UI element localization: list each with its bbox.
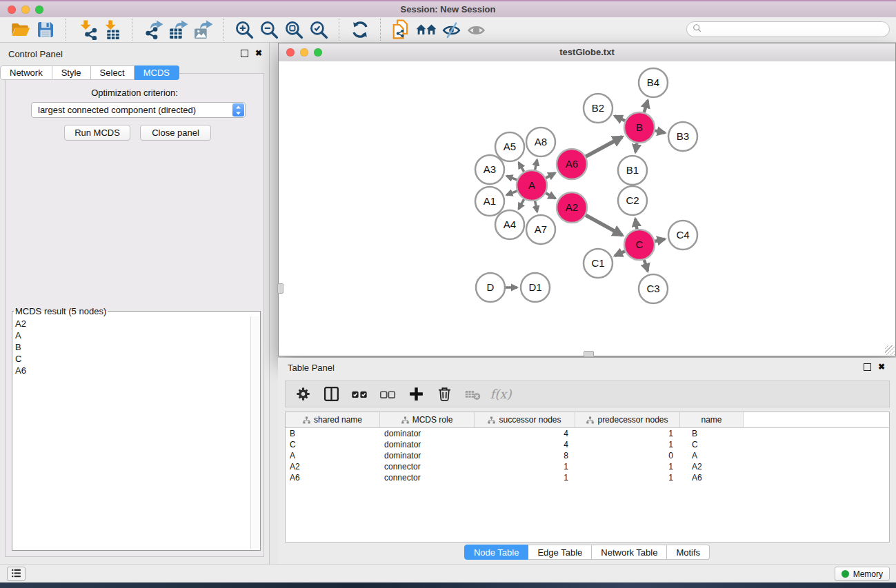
column-header-predecessor-nodes[interactable]: predecessor nodes [575, 412, 680, 427]
graph-node-A6[interactable]: A6 [557, 149, 587, 179]
graph-edge-C-C3[interactable] [644, 260, 648, 272]
graph-node-B2[interactable]: B2 [584, 94, 613, 123]
network-window-titlebar[interactable]: testGlobe.txt [279, 43, 895, 62]
graph-edge-A-A6[interactable] [546, 173, 555, 178]
graph-node-C3[interactable]: C3 [639, 274, 668, 303]
search-input[interactable] [706, 24, 889, 35]
export-image-icon[interactable] [190, 19, 215, 41]
delete-table-icon[interactable] [462, 384, 483, 405]
run-mcds-button[interactable]: Run MCDS [64, 125, 130, 141]
graph-node-A8[interactable]: A8 [526, 128, 555, 156]
graph-node-A2[interactable]: A2 [557, 192, 587, 223]
task-history-button[interactable] [7, 567, 26, 581]
hide-graphics-icon[interactable] [439, 19, 464, 41]
tab-node-table[interactable]: Node Table [464, 545, 529, 560]
criterion-select[interactable]: largest connected component (directed) [31, 102, 246, 118]
graph-node-A[interactable]: A [517, 170, 547, 201]
graph-node-C2[interactable]: C2 [618, 186, 647, 215]
function-icon[interactable]: f(x) [490, 384, 511, 405]
graph-edge-B-B3[interactable] [655, 131, 665, 133]
close-table-panel-button[interactable]: ✖ [878, 363, 885, 371]
graph-edge-A-A1[interactable] [506, 191, 517, 195]
graph-node-B3[interactable]: B3 [668, 122, 697, 151]
delete-column-icon[interactable] [434, 384, 455, 405]
graph-node-A5[interactable]: A5 [495, 132, 524, 161]
mcds-result-item[interactable]: A [12, 330, 250, 341]
network-canvas[interactable]: B4B2BB3A8A5A6B1A3AA1C2A2A4A7C4CC1C3DD1 [279, 61, 895, 356]
graph-node-A1[interactable]: A1 [475, 187, 504, 216]
export-table-icon[interactable] [166, 19, 190, 41]
tab-style[interactable]: Style [52, 65, 91, 80]
mcds-result-item[interactable]: C [12, 353, 250, 365]
float-panel-button[interactable] [241, 50, 248, 57]
resize-grip[interactable] [885, 345, 895, 355]
graph-node-A7[interactable]: A7 [526, 215, 555, 244]
import-table-icon[interactable] [99, 19, 124, 41]
open-file-icon[interactable] [8, 19, 33, 41]
mcds-result-item[interactable]: B [12, 341, 250, 353]
column-header-name[interactable]: name [680, 412, 744, 427]
table-row[interactable]: Cdominator41C [286, 439, 889, 450]
memory-button[interactable]: Memory [835, 567, 890, 581]
refresh-layout-icon[interactable] [348, 19, 372, 41]
search-field[interactable] [686, 21, 890, 37]
columns-icon[interactable] [321, 384, 341, 405]
graph-edge-B-B1[interactable] [635, 143, 637, 152]
export-network-icon[interactable] [141, 19, 166, 41]
mcds-result-item[interactable]: A6 [12, 365, 250, 376]
column-header-MCDS-role[interactable]: MCDS role [380, 412, 475, 427]
zoom-selected-icon[interactable] [306, 19, 331, 41]
table-row[interactable]: A6connector11A6 [286, 472, 889, 483]
graph-node-C4[interactable]: C4 [668, 221, 697, 250]
graph-edge-C-C1[interactable] [615, 251, 625, 256]
tab-network-table[interactable]: Network Table [592, 545, 667, 560]
show-graphics-icon[interactable] [464, 19, 488, 41]
tab-mcds[interactable]: MCDS [135, 65, 179, 80]
graph-node-B1[interactable]: B1 [618, 156, 647, 185]
close-panel-button[interactable]: ✖ [255, 49, 262, 57]
tab-network[interactable]: Network [0, 65, 52, 80]
mcds-result-item[interactable]: A2 [12, 318, 250, 330]
save-session-icon[interactable] [33, 19, 58, 41]
graph-node-B[interactable]: B [624, 112, 655, 143]
bottom-resize-handle[interactable] [584, 351, 594, 357]
table-row[interactable]: A2connector11A2 [286, 461, 889, 472]
float-table-panel-button[interactable] [864, 363, 871, 371]
tab-select[interactable]: Select [91, 65, 135, 80]
graph-edge-A-A7[interactable] [535, 201, 537, 212]
graph-edge-C-C2[interactable] [635, 219, 637, 229]
graph-edge-A-A3[interactable] [506, 176, 517, 180]
table-row[interactable]: Adominator80A [286, 450, 889, 461]
scrollbar[interactable] [250, 316, 259, 549]
column-header-shared-name[interactable]: shared name [286, 412, 380, 427]
home-icon[interactable] [414, 19, 439, 41]
tab-edge-table[interactable]: Edge Table [528, 545, 592, 560]
tab-motifs[interactable]: Motifs [667, 545, 710, 560]
graph-node-B4[interactable]: B4 [639, 68, 668, 97]
graph-edge-A-A4[interactable] [519, 199, 524, 209]
zoom-out-icon[interactable] [257, 19, 281, 41]
deselect-all-icon[interactable] [377, 384, 398, 405]
add-column-icon[interactable] [406, 384, 426, 405]
graph-edge-B-B4[interactable] [644, 101, 648, 113]
column-header-successor-nodes[interactable]: successor nodes [475, 412, 575, 427]
graph-node-D[interactable]: D [476, 273, 505, 302]
select-all-icon[interactable] [349, 384, 370, 405]
table-row[interactable]: Bdominator41B [286, 428, 889, 439]
zoom-in-icon[interactable] [232, 19, 257, 41]
graph-node-D1[interactable]: D1 [521, 273, 550, 302]
graph-node-C1[interactable]: C1 [584, 249, 613, 278]
import-network-icon[interactable] [74, 19, 99, 41]
graph-edge-A-A8[interactable] [535, 160, 537, 170]
graph-edge-A-A2[interactable] [546, 193, 555, 199]
graph-node-A4[interactable]: A4 [495, 210, 524, 239]
left-resize-handle[interactable] [277, 283, 283, 294]
graph-edge-A6-B[interactable] [586, 137, 622, 157]
gear-icon[interactable] [292, 384, 313, 405]
graph-edge-A-A5[interactable] [519, 163, 524, 172]
zoom-fit-icon[interactable] [281, 19, 306, 41]
graph-node-A3[interactable]: A3 [475, 155, 504, 184]
graph-edge-B-B2[interactable] [615, 116, 625, 121]
duplicate-network-icon[interactable] [389, 19, 414, 41]
graph-edge-C-C4[interactable] [655, 239, 665, 241]
